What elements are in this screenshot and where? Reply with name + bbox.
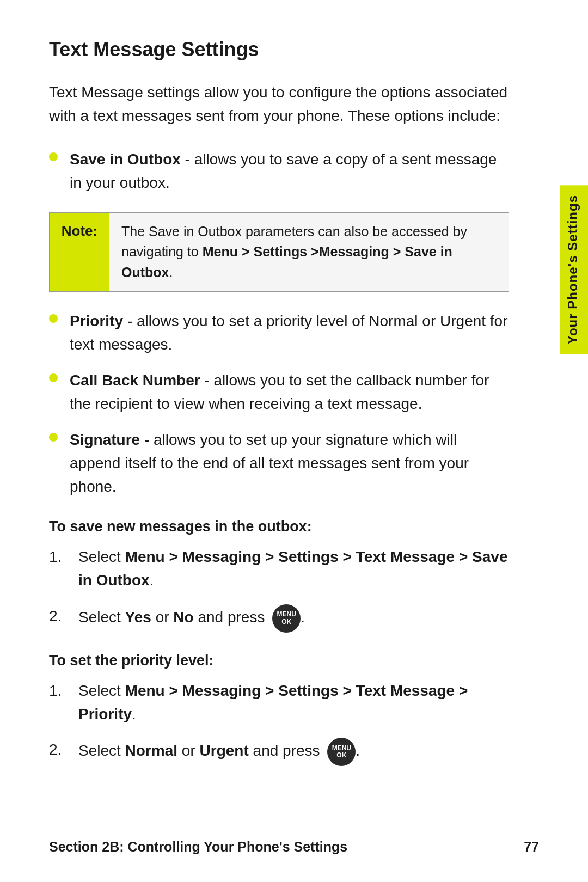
step1-num: 1.	[49, 545, 69, 568]
bullet-desc-priority: - allows you to set a priority level of …	[70, 313, 508, 353]
section2-step1-start: Select	[78, 682, 125, 699]
bullet-term-signature: Signature	[70, 431, 140, 448]
section2-step2-urgent: Urgent	[200, 743, 249, 759]
section2-heading: To set the priority level:	[49, 652, 509, 669]
note-content: The Save in Outbox parameters can also b…	[109, 213, 509, 292]
section2-step1-path: Menu > Messaging > Settings > Text Messa…	[78, 682, 468, 722]
step2-text-start: Select	[78, 609, 125, 626]
section2-step2-mid: or	[177, 743, 199, 759]
note-label: Note:	[50, 213, 109, 292]
bullet-item-callback: Call Back Number - allows you to set the…	[49, 369, 509, 416]
section2-step2-content: Select Normal or Urgent and press MENU O…	[78, 738, 509, 766]
section2-step2-num: 2.	[49, 738, 69, 761]
step2-period: .	[301, 609, 305, 626]
bullet-text-priority: Priority - allows you to set a priority …	[70, 309, 509, 357]
bullet-text-signature: Signature - allows you to set up your si…	[70, 428, 509, 499]
section2-step2-end: and press	[249, 743, 324, 759]
note-text-end: .	[169, 265, 173, 280]
main-content: Text Message Settings Text Message setti…	[0, 0, 588, 823]
bullet-term-save-outbox: Save in Outbox	[70, 151, 181, 168]
note-box: Note: The Save in Outbox parameters can …	[49, 212, 509, 292]
footer-page-number: 77	[524, 839, 539, 855]
section2-step2: 2. Select Normal or Urgent and press MEN…	[49, 738, 509, 766]
step2-content: Select Yes or No and press MENU OK .	[78, 604, 509, 633]
step1-text-start: Select	[78, 548, 125, 565]
section2-step1-content: Select Menu > Messaging > Settings > Tex…	[78, 679, 509, 726]
step2-num: 2.	[49, 604, 69, 628]
page-title: Text Message Settings	[49, 38, 509, 61]
bullet-item-priority: Priority - allows you to set a priority …	[49, 309, 509, 357]
intro-paragraph: Text Message settings allow you to confi…	[49, 81, 509, 128]
bullet-term-callback: Call Back Number	[70, 372, 200, 389]
side-tab: Your Phone's Settings	[560, 185, 588, 354]
section1-step2: 2. Select Yes or No and press MENU OK .	[49, 604, 509, 633]
bullet-item-save-outbox: Save in Outbox - allows you to save a co…	[49, 148, 509, 195]
menu-ok-button-2[interactable]: MENU OK	[327, 738, 356, 766]
bullet-dot	[49, 152, 58, 161]
section1-heading: To save new messages in the outbox:	[49, 518, 509, 535]
bullet-dot-priority	[49, 314, 58, 323]
step1-menu-path: Menu > Messaging > Settings > Text Messa…	[78, 548, 507, 589]
section2-steps: 1. Select Menu > Messaging > Settings > …	[49, 679, 509, 767]
section1-step1: 1. Select Menu > Messaging > Settings > …	[49, 545, 509, 592]
bullet-dot-callback	[49, 373, 58, 382]
step2-no: No	[173, 609, 193, 626]
menu-ok-button-1[interactable]: MENU OK	[272, 604, 301, 633]
section2-step2-start: Select	[78, 743, 125, 759]
section2-step1-end: .	[132, 706, 136, 722]
footer-section-label: Section 2B: Controlling Your Phone's Set…	[49, 839, 347, 855]
bullet-item-signature: Signature - allows you to set up your si…	[49, 428, 509, 499]
section2-step1-num: 1.	[49, 679, 69, 702]
bullet-term-priority: Priority	[70, 313, 123, 329]
page-footer: Section 2B: Controlling Your Phone's Set…	[49, 830, 539, 855]
bullet-text-callback: Call Back Number - allows you to set the…	[70, 369, 509, 416]
page-container: Your Phone's Settings Text Message Setti…	[0, 0, 588, 882]
bullet-dot-signature	[49, 433, 58, 442]
section2-step2-period: .	[356, 743, 360, 759]
step1-text-end: .	[150, 572, 154, 589]
step1-content: Select Menu > Messaging > Settings > Tex…	[78, 545, 509, 592]
section2-step2-normal: Normal	[125, 743, 177, 759]
section2-step1: 1. Select Menu > Messaging > Settings > …	[49, 679, 509, 726]
step2-yes: Yes	[125, 609, 151, 626]
bullet-text-save-outbox: Save in Outbox - allows you to save a co…	[70, 148, 509, 195]
side-tab-label: Your Phone's Settings	[565, 195, 580, 344]
step2-text-end: and press	[194, 609, 270, 626]
step2-mid: or	[151, 609, 173, 626]
section1-steps: 1. Select Menu > Messaging > Settings > …	[49, 545, 509, 633]
